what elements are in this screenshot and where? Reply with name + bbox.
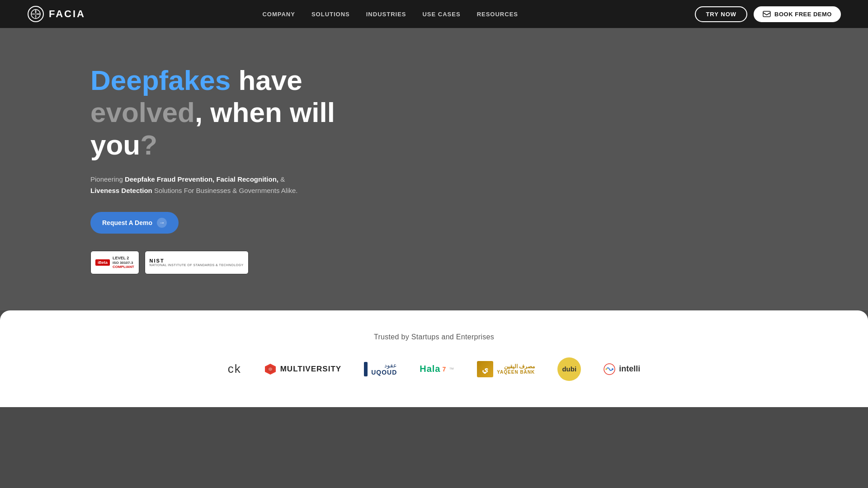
svg-point-8 <box>612 368 613 370</box>
hero-section: Deepfakes have evolved, when will you? P… <box>0 28 868 310</box>
hero-subtitle-pioneering: Pioneering <box>90 175 125 183</box>
hero-title-question: ? <box>140 129 157 160</box>
nav-menu: COMPANY SOLUTIONS INDUSTRIES USE CASES R… <box>262 10 518 18</box>
hero-subtitle-and: & <box>278 175 285 183</box>
yaqeen-emblem: ي <box>477 361 493 377</box>
try-now-button[interactable]: TRY NOW <box>695 6 747 22</box>
hero-title-when: , when will <box>195 97 335 128</box>
book-demo-button[interactable]: BOOK FREE DEMO <box>754 6 841 22</box>
hero-subtitle-solutions: Solutions For Businesses & Governments A… <box>152 187 298 194</box>
nist-badge: NIST NATIONAL INSTITUTE OF STANDARDS & T… <box>145 251 249 274</box>
ibeta-iso: ISO 30107-3 <box>113 261 134 265</box>
intelli-text: intelli <box>619 364 640 374</box>
facia-logo-icon <box>27 5 44 23</box>
nav-item-solutions[interactable]: SOLUTIONS <box>311 10 350 18</box>
dubi-text: dubi <box>562 365 576 373</box>
nist-label: NIST <box>150 258 244 263</box>
nav-item-company[interactable]: COMPANY <box>262 10 295 18</box>
hala-number: 7 <box>443 366 447 373</box>
yaqeen-content: ي مصرف اليقين YAQEEN BANK <box>477 361 535 377</box>
hero-title-evolved: evolved <box>90 97 195 128</box>
hero-subtitle-bold2: Liveness Detection <box>90 187 152 194</box>
multiversity-text: MULTIVERSITY <box>280 365 341 374</box>
trusted-section: Trusted by Startups and Enterprises ck M… <box>0 310 868 407</box>
ibeta-info: LEVEL 2 ISO 30107-3 COMPLIANT <box>113 256 134 269</box>
hero-subtitle-bold1: Deepfake Fraud Prevention, Facial Recogn… <box>125 175 278 183</box>
hero-title-have: have <box>231 65 302 96</box>
logo-intelli: intelli <box>604 358 640 380</box>
book-demo-label: BOOK FREE DEMO <box>774 11 832 18</box>
nist-content: NIST NATIONAL INSTITUTE OF STANDARDS & T… <box>150 258 244 267</box>
nist-sub: NATIONAL INSTITUTE OF STANDARDS & TECHNO… <box>150 263 244 267</box>
logo-ck: ck <box>228 358 241 380</box>
nav-actions: TRY NOW BOOK FREE DEMO <box>695 6 841 22</box>
ibeta-level: LEVEL 2 <box>113 256 134 261</box>
demo-icon <box>763 11 771 17</box>
yaqeen-arabic: مصرف اليقين <box>497 363 535 370</box>
hero-title-you: you <box>90 129 140 160</box>
hala-trademark: ™ <box>449 366 454 372</box>
navbar: FACIA COMPANY SOLUTIONS INDUSTRIES USE C… <box>0 0 868 28</box>
uqoud-arabic: عقود <box>371 362 397 369</box>
hero-title: Deepfakes have evolved, when will you? <box>90 64 407 161</box>
hero-title-deepfakes: Deepfakes <box>90 65 231 96</box>
nav-item-industries[interactable]: INDUSTRIES <box>366 10 406 18</box>
logos-row: ck MULTIVERSITY عقود UQOUD Hala7 ™ <box>27 358 841 380</box>
svg-rect-2 <box>763 11 770 17</box>
yaqeen-text-group: مصرف اليقين YAQEEN BANK <box>497 363 535 375</box>
request-demo-button[interactable]: Request A Demo → <box>90 212 179 234</box>
logo-hala: Hala7 ™ <box>420 358 454 380</box>
arrow-right-icon: → <box>157 218 167 228</box>
ibeta-badge: iBeta LEVEL 2 ISO 30107-3 COMPLIANT <box>90 251 139 274</box>
hero-badges: iBeta LEVEL 2 ISO 30107-3 COMPLIANT NIST… <box>90 251 778 274</box>
uqoud-text-group: عقود UQOUD <box>371 362 397 376</box>
request-demo-label: Request A Demo <box>102 219 152 226</box>
multiversity-icon <box>264 363 277 375</box>
uqoud-english: UQOUD <box>371 369 397 376</box>
uqoud-bar <box>364 362 368 376</box>
intelli-icon <box>604 363 615 375</box>
ibeta-compliant: COMPLIANT <box>113 265 134 269</box>
nav-item-resources[interactable]: RESOURCES <box>477 10 518 18</box>
ibeta-label: iBeta <box>95 259 110 266</box>
hero-subtitle: Pioneering Deepfake Fraud Prevention, Fa… <box>90 174 326 197</box>
logo-multiversity: MULTIVERSITY <box>264 358 341 380</box>
logo-uqoud: عقود UQOUD <box>364 358 397 380</box>
hala-text: Hala7 ™ <box>420 364 454 374</box>
ck-text: ck <box>228 362 241 376</box>
yaqeen-english: YAQEEN BANK <box>497 370 535 375</box>
yaqeen-emblem-symbol: ي <box>482 364 488 374</box>
logo-dubi: dubi <box>557 358 581 380</box>
logo[interactable]: FACIA <box>27 5 85 23</box>
logo-yaqeen-bank: ي مصرف اليقين YAQEEN BANK <box>477 358 535 380</box>
trusted-title: Trusted by Startups and Enterprises <box>27 333 841 341</box>
svg-point-7 <box>605 368 607 370</box>
nav-item-use-cases[interactable]: USE CASES <box>422 10 460 18</box>
dubi-circle: dubi <box>557 357 581 381</box>
logo-text: FACIA <box>49 8 85 20</box>
